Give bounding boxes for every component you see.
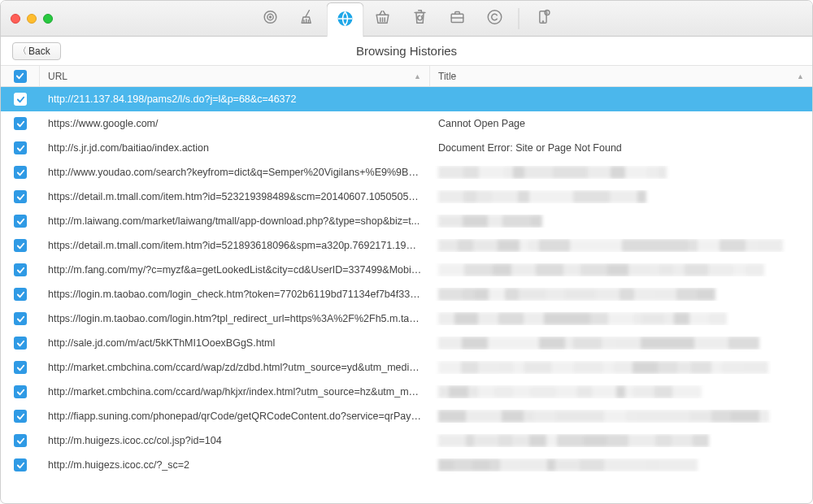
table-row[interactable]: https://detail.m.tmall.com/item.htm?id=5… bbox=[1, 185, 812, 209]
cell-url: http://fiapp.suning.com/phonepad/qrCode/… bbox=[40, 411, 430, 422]
cell-title bbox=[430, 312, 812, 325]
recycle-icon bbox=[411, 8, 429, 28]
row-url: https://detail.m.tmall.com/item.htm?id=5… bbox=[48, 240, 426, 251]
table-row[interactable]: http://fiapp.suning.com/phonepad/qrCode/… bbox=[1, 404, 812, 428]
toolbar-tab-target[interactable] bbox=[252, 1, 289, 37]
row-checkbox[interactable] bbox=[14, 190, 27, 203]
row-checkbox[interactable] bbox=[14, 288, 27, 301]
row-checkbox[interactable] bbox=[14, 434, 27, 447]
target-icon bbox=[262, 8, 280, 28]
cell-url: http://market.cmbchina.com/ccard/wap/hkj… bbox=[40, 386, 430, 398]
toolbar-tab-briefcase[interactable] bbox=[439, 1, 476, 37]
cell-url: http://www.youdao.com/search?keyfrom=dic… bbox=[40, 167, 430, 178]
svg-point-7 bbox=[542, 21, 543, 22]
row-checkbox[interactable] bbox=[14, 385, 27, 398]
toolbar-tab-recycle[interactable] bbox=[402, 1, 439, 37]
row-url: http://www.youdao.com/search?keyfrom=dic… bbox=[48, 167, 426, 178]
table-row[interactable]: http://market.cmbchina.com/ccard/wap/zd/… bbox=[1, 355, 812, 380]
table-row[interactable]: https://www.google.com/Cannot Open Page bbox=[1, 111, 812, 136]
cell-title bbox=[430, 458, 812, 471]
table-body: http://211.137.84.198/pams2/l/s.do?j=l&p… bbox=[1, 87, 812, 503]
redacted-title bbox=[438, 288, 804, 301]
row-url: http://m.huigezs.icoc.cc/?_sc=2 bbox=[48, 459, 189, 471]
minimize-window-button[interactable] bbox=[27, 14, 37, 24]
row-checkbox[interactable] bbox=[14, 263, 27, 276]
row-checkbox[interactable] bbox=[14, 141, 27, 154]
row-checkbox[interactable] bbox=[14, 166, 27, 179]
redacted-title bbox=[438, 215, 804, 228]
table-row[interactable]: http://m.laiwang.com/market/laiwang/tmal… bbox=[1, 209, 812, 233]
toolbar-tab-basket[interactable] bbox=[364, 1, 402, 37]
column-label: Title bbox=[438, 71, 456, 82]
cell-checkbox bbox=[1, 434, 40, 447]
row-url: https://login.m.taobao.com/login_check.h… bbox=[48, 289, 424, 300]
cell-title bbox=[430, 263, 812, 276]
table-row[interactable]: http://211.137.84.198/pams2/l/s.do?j=l&p… bbox=[1, 87, 812, 111]
cell-url: https://login.m.taobao.com/login_check.h… bbox=[40, 289, 430, 300]
close-window-button[interactable] bbox=[11, 14, 20, 24]
row-url: http://market.cmbchina.com/ccard/wap/zd/… bbox=[48, 362, 424, 373]
column-header-checkbox[interactable] bbox=[1, 66, 40, 86]
table-row[interactable]: https://detail.m.tmall.com/item.htm?id=5… bbox=[1, 233, 812, 258]
cell-checkbox bbox=[1, 93, 40, 106]
row-title: Cannot Open Page bbox=[438, 118, 525, 129]
sort-indicator-icon: ▲ bbox=[797, 72, 804, 80]
row-checkbox[interactable] bbox=[14, 410, 27, 423]
phone-badge-icon: 1 bbox=[534, 8, 552, 28]
table-row[interactable]: https://login.m.taobao.com/login_check.h… bbox=[1, 282, 812, 306]
table-row[interactable]: http://s.jr.jd.com/baitiao/index.actionD… bbox=[1, 136, 812, 160]
back-button[interactable]: 〈 Back bbox=[12, 42, 61, 60]
cell-checkbox bbox=[1, 337, 40, 350]
cell-url: http://s.jr.jd.com/baitiao/index.action bbox=[40, 142, 430, 154]
row-checkbox[interactable] bbox=[14, 337, 27, 350]
table-row[interactable]: http://sale.jd.com/m/act/5kKThMI1OoexBGg… bbox=[1, 331, 812, 355]
cell-checkbox bbox=[1, 117, 40, 130]
table-row[interactable]: http://m.huigezs.icoc.cc/col.jsp?id=104 bbox=[1, 428, 812, 453]
toolbar-tab-phone-badge[interactable]: 1 bbox=[524, 1, 562, 37]
cell-checkbox bbox=[1, 239, 40, 252]
cell-url: http://sale.jd.com/m/act/5kKThMI1OoexBGg… bbox=[40, 337, 430, 349]
redacted-title bbox=[438, 263, 804, 276]
cell-url: http://m.laiwang.com/market/laiwang/tmal… bbox=[40, 215, 430, 227]
master-checkbox[interactable] bbox=[14, 70, 27, 83]
column-header-title[interactable]: Title ▲ bbox=[430, 66, 812, 86]
redacted-title bbox=[438, 312, 804, 325]
row-checkbox[interactable] bbox=[14, 239, 27, 252]
table-row[interactable]: https://login.m.taobao.com/login.htm?tpl… bbox=[1, 306, 812, 331]
row-checkbox[interactable] bbox=[14, 312, 27, 325]
table-row[interactable]: http://m.fang.com/my/?c=myzf&a=getLooked… bbox=[1, 258, 812, 282]
redacted-title bbox=[438, 190, 804, 203]
column-header-url[interactable]: URL ▲ bbox=[40, 66, 430, 86]
row-url: http://m.fang.com/my/?c=myzf&a=getLooked… bbox=[48, 264, 428, 276]
briefcase-icon bbox=[449, 8, 467, 28]
cell-checkbox bbox=[1, 141, 40, 154]
row-url: https://detail.m.tmall.com/item.htm?id=5… bbox=[48, 191, 428, 202]
redacted-title bbox=[438, 385, 804, 398]
svg-point-2 bbox=[270, 16, 272, 18]
table-row[interactable]: http://m.huigezs.icoc.cc/?_sc=2 bbox=[1, 453, 812, 477]
toolbar-tab-copyright[interactable] bbox=[476, 1, 514, 37]
row-checkbox[interactable] bbox=[14, 361, 27, 374]
cell-checkbox bbox=[1, 190, 40, 203]
toolbar-tab-globe[interactable] bbox=[327, 2, 364, 37]
titlebar: 1 bbox=[1, 1, 812, 37]
table-row[interactable]: http://www.youdao.com/search?keyfrom=dic… bbox=[1, 160, 812, 185]
row-url: http://211.137.84.198/pams2/l/s.do?j=l&p… bbox=[48, 93, 296, 105]
row-checkbox[interactable] bbox=[14, 458, 27, 471]
row-checkbox[interactable] bbox=[14, 215, 27, 228]
redacted-title bbox=[438, 361, 804, 374]
chevron-left-icon: 〈 bbox=[18, 45, 27, 57]
toolbar-tab-broom[interactable] bbox=[289, 1, 327, 37]
cell-title bbox=[430, 215, 812, 228]
sort-indicator-icon: ▲ bbox=[414, 72, 421, 80]
cell-title bbox=[430, 361, 812, 374]
cell-url: https://www.google.com/ bbox=[40, 118, 430, 129]
row-checkbox[interactable] bbox=[14, 93, 27, 106]
page-title: Browsing Histories bbox=[356, 44, 457, 58]
zoom-window-button[interactable] bbox=[43, 14, 53, 24]
row-checkbox[interactable] bbox=[14, 117, 27, 130]
window-controls bbox=[11, 14, 53, 24]
table-row[interactable]: http://market.cmbchina.com/ccard/wap/hkj… bbox=[1, 380, 812, 404]
cell-title bbox=[430, 410, 812, 423]
cell-title bbox=[430, 166, 812, 179]
